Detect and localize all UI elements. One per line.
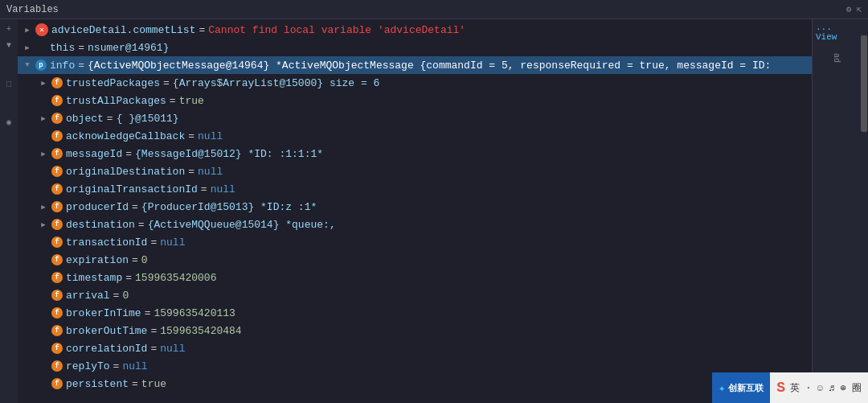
field-icon: f xyxy=(51,130,63,142)
panel-header: Variables ⚙ ⇱ xyxy=(0,0,868,19)
var-name: timestamp xyxy=(66,272,122,284)
tree-row-row-destination[interactable]: fdestination={ActiveMQQueue@15014} *queu… xyxy=(18,216,812,233)
var-value: {MessageId@15012} *ID: :1:1:1* xyxy=(135,148,323,160)
tree-row-row-brokerOutTime[interactable]: fbrokerOutTime=1599635420484 xyxy=(18,322,812,339)
var-name: object xyxy=(66,113,104,125)
expand-btn[interactable] xyxy=(37,218,50,231)
var-value: {Arrays$ArrayList@15000} size = 6 xyxy=(173,77,379,89)
var-equals: = xyxy=(138,219,145,231)
var-name: adviceDetail.commetList xyxy=(51,24,195,36)
panel-controls: ⚙ ⇱ xyxy=(846,4,862,14)
variables-panel: Variables ⚙ ⇱ + ▼ ⬚ ◉ ✕adviceDetail.comm… xyxy=(0,0,868,403)
field-icon: f xyxy=(51,201,63,212)
var-equals: = xyxy=(78,60,84,72)
var-value: null xyxy=(198,166,223,178)
var-value: {ActiveMQObjectMessage@14964} *ActiveMQO… xyxy=(88,60,771,72)
var-name: trustAllPackages xyxy=(66,95,166,107)
plus-icon[interactable]: + xyxy=(2,23,15,35)
var-name: correlationId xyxy=(66,343,147,355)
var-equals: = xyxy=(113,290,120,302)
tree-row-row-trustedPackages[interactable]: ftrustedPackages={Arrays$ArrayList@15000… xyxy=(18,74,812,92)
no-icon xyxy=(35,42,47,53)
field-icon: f xyxy=(51,325,63,336)
error-icon: ✕ xyxy=(35,23,48,36)
tree-row-row-expiration[interactable]: fexpiration=0 xyxy=(18,251,812,269)
sougou-bar: S 英 · ☺ ♬ ⊕ 圈 xyxy=(770,372,868,403)
expand-placeholder xyxy=(37,342,50,355)
var-equals: = xyxy=(188,166,194,178)
expand-placeholder xyxy=(37,360,50,372)
var-equals: = xyxy=(163,77,170,89)
expand-btn[interactable] xyxy=(21,23,34,36)
right-panel: ... View ad xyxy=(812,19,860,403)
tree-row-row-acknowledgeCallback[interactable]: facknowledgeCallback=null xyxy=(18,127,812,145)
arrow-icon2: ⬚ xyxy=(2,77,15,90)
var-equals: = xyxy=(125,272,132,284)
tree-row-row-replyTo[interactable]: freplyTo=null xyxy=(18,357,812,375)
panel-title: Variables xyxy=(6,4,59,15)
tree-row-row-producerId[interactable]: fproducerId={ProducerId@15013} *ID:z :1* xyxy=(18,198,812,216)
tree-row-row-originalDestination[interactable]: foriginalDestination=null xyxy=(18,162,812,180)
field-icon: f xyxy=(51,219,63,230)
tree-row-row-originalTransactionId[interactable]: foriginalTransactionId=null xyxy=(18,180,812,198)
expand-placeholder xyxy=(37,236,50,249)
var-equals: = xyxy=(150,325,157,337)
expand-icon[interactable]: ⇱ xyxy=(856,4,862,14)
tree-row-row-arrival[interactable]: farrival=0 xyxy=(18,286,812,304)
tree-row-row-timestamp[interactable]: ftimestamp=1599635420006 xyxy=(18,269,812,286)
tree-row-row-brokerInTime[interactable]: fbrokerInTime=1599635420113 xyxy=(18,304,812,322)
var-value: Cannot find local variable 'adviceDetail… xyxy=(208,24,465,36)
expand-placeholder xyxy=(37,271,50,284)
view-link[interactable]: ... View xyxy=(816,23,857,42)
var-equals: = xyxy=(132,201,138,213)
var-name: producerId xyxy=(66,201,129,213)
field-icon: f xyxy=(51,77,63,88)
var-value: null xyxy=(211,183,235,195)
brand-bar: ✦ 创新互联 xyxy=(712,372,770,403)
settings-icon[interactable]: ⚙ xyxy=(846,4,852,14)
var-value: 0 xyxy=(141,254,148,266)
field-icon: f xyxy=(51,307,63,319)
expand-btn[interactable] xyxy=(21,59,34,72)
var-value: 1599635420006 xyxy=(135,272,216,284)
tree-row-row-persistent[interactable]: fpersistent=true xyxy=(18,375,812,393)
tree-row-row-trustAllPackages[interactable]: ftrustAllPackages=true xyxy=(18,92,812,109)
expand-placeholder xyxy=(37,183,50,195)
field-icon: f xyxy=(51,148,63,159)
scrollbar[interactable] xyxy=(860,19,868,403)
var-name: destination xyxy=(66,219,135,231)
var-value: {ProducerId@15013} *ID:z :1* xyxy=(141,201,317,213)
field-icon: f xyxy=(51,360,63,372)
field-icon: f xyxy=(51,343,63,354)
var-name: messageId xyxy=(66,148,122,160)
expand-placeholder xyxy=(37,306,50,319)
ad-label: ad xyxy=(832,53,841,63)
field-icon: f xyxy=(51,166,63,177)
field-icon: f xyxy=(51,95,63,106)
expand-btn[interactable] xyxy=(21,41,34,54)
expand-btn[interactable] xyxy=(37,76,50,89)
tree-row-row-transactionId[interactable]: ftransactionId=null xyxy=(18,233,812,251)
tree-row-row-adviceDetail[interactable]: ✕adviceDetail.commetList=Cannot find loc… xyxy=(18,21,812,39)
var-value: null xyxy=(160,343,185,355)
expand-btn[interactable] xyxy=(37,112,50,125)
var-name: replyTo xyxy=(66,360,110,372)
var-equals: = xyxy=(132,378,138,390)
expand-placeholder xyxy=(37,377,50,390)
tree-area[interactable]: ✕adviceDetail.commetList=Cannot find loc… xyxy=(18,19,812,403)
expand-placeholder xyxy=(37,253,50,266)
var-equals: = xyxy=(150,236,157,249)
var-value: 1599635420113 xyxy=(154,307,235,319)
expand-btn[interactable] xyxy=(37,200,50,213)
tree-row-row-correlationId[interactable]: fcorrelationId=null xyxy=(18,339,812,357)
tree-row-row-this[interactable]: this=nsumer@14961} xyxy=(18,39,812,56)
scrollbar-thumb[interactable] xyxy=(861,35,867,132)
tree-row-row-messageId[interactable]: fmessageId={MessageId@15012} *ID: :1:1:1… xyxy=(18,145,812,162)
tree-row-row-object[interactable]: fobject={ }@15011} xyxy=(18,109,812,127)
var-name: originalTransactionId xyxy=(66,183,198,195)
var-name: transactionId xyxy=(66,236,147,249)
var-name: this xyxy=(50,42,75,54)
expand-btn[interactable] xyxy=(37,147,50,160)
var-equals: = xyxy=(201,183,207,195)
tree-row-row-info[interactable]: pinfo={ActiveMQObjectMessage@14964} *Act… xyxy=(18,56,812,74)
